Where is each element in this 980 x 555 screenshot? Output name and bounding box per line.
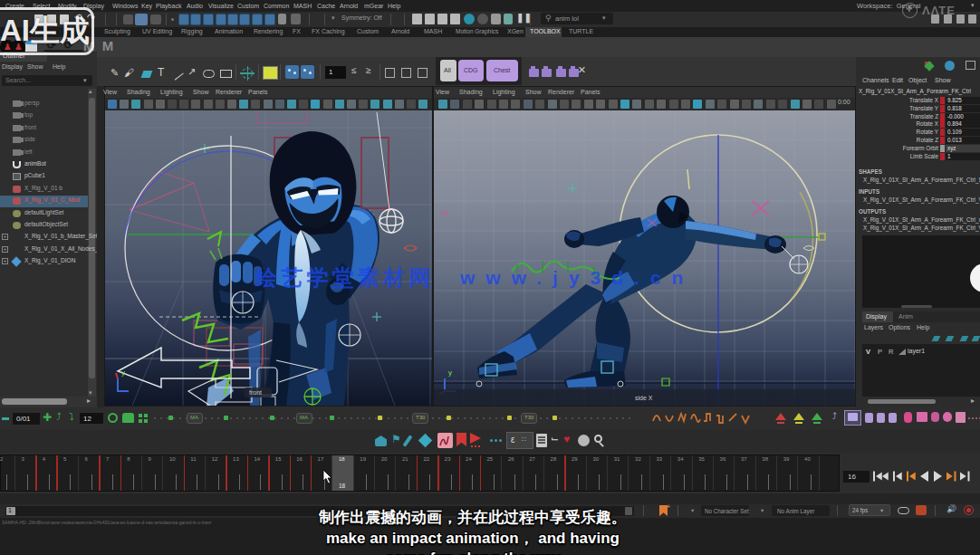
svg-text:side X: side X: [635, 395, 653, 401]
svg-text:y: y: [121, 368, 125, 377]
svg-text:front: front: [249, 389, 262, 396]
svg-text:y: y: [448, 368, 452, 377]
